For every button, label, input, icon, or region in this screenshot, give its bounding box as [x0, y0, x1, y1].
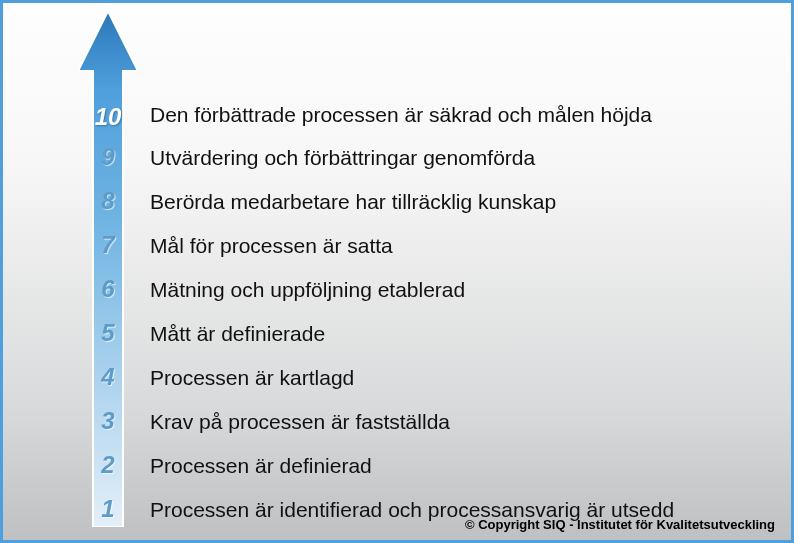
level-row: 6 Mätning och uppföljning etablerad [78, 275, 674, 319]
level-number-9: 9 [78, 143, 138, 171]
level-label-9: Utvärdering och förbättringar genomförda [138, 146, 535, 170]
level-label-4: Processen är kartlagd [138, 366, 354, 390]
level-label-8: Berörda medarbetare har tillräcklig kuns… [138, 190, 556, 214]
level-label-2: Processen är definierad [138, 454, 372, 478]
level-label-5: Mått är definierade [138, 322, 325, 346]
level-number-10: 10 [78, 103, 138, 131]
level-number-2: 2 [78, 451, 138, 479]
level-number-7: 7 [78, 231, 138, 259]
maturity-diagram: 10 Den förbättrade processen är säkrad o… [0, 0, 794, 543]
level-number-1: 1 [78, 495, 138, 523]
level-number-8: 8 [78, 187, 138, 215]
level-row: 9 Utvärdering och förbättringar genomför… [78, 143, 674, 187]
level-row: 2 Processen är definierad [78, 451, 674, 495]
level-number-6: 6 [78, 275, 138, 303]
level-number-4: 4 [78, 363, 138, 391]
level-row: 4 Processen är kartlagd [78, 363, 674, 407]
level-row: 8 Berörda medarbetare har tillräcklig ku… [78, 187, 674, 231]
level-row: 7 Mål för processen är satta [78, 231, 674, 275]
level-number-3: 3 [78, 407, 138, 435]
level-label-6: Mätning och uppföljning etablerad [138, 278, 465, 302]
level-row: 5 Mått är definierade [78, 319, 674, 363]
maturity-levels: 9 Utvärdering och förbättringar genomför… [78, 143, 674, 539]
level-number-5: 5 [78, 319, 138, 347]
level-label-3: Krav på processen är fastställda [138, 410, 450, 434]
level-label-7: Mål för processen är satta [138, 234, 393, 258]
level-label-10: Den förbättrade processen är säkrad och … [150, 103, 652, 127]
level-row: 3 Krav på processen är fastställda [78, 407, 674, 451]
copyright-notice: © Copyright SIQ - Institutet för Kvalite… [465, 517, 775, 532]
